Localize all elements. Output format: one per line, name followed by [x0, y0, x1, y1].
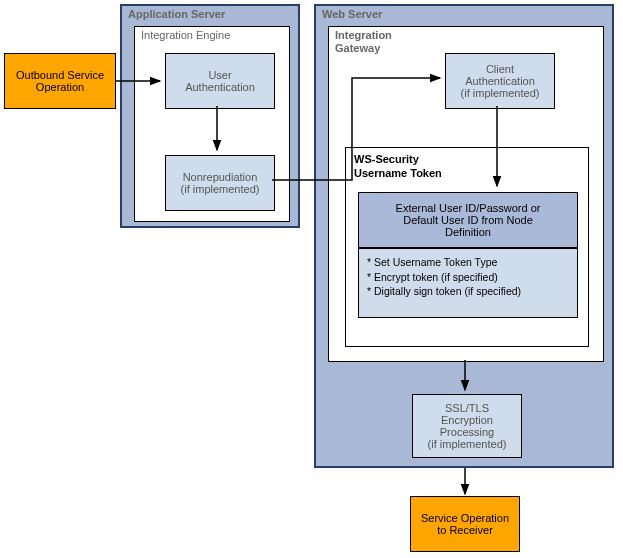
integration-gateway-title: Integration Gateway — [335, 29, 392, 55]
outbound-service-operation: Outbound Service Operation — [4, 53, 116, 109]
bullet-1: * Set Username Token Type — [367, 255, 569, 270]
integration-engine: Integration Engine User Authentication N… — [134, 26, 290, 222]
user-auth-label: User Authentication — [185, 69, 255, 93]
client-auth-label: Client Authentication (if implemented) — [461, 63, 540, 99]
ws-security: WS-Security Username Token External User… — [345, 147, 589, 347]
service-operation-to-receiver: Service Operation to Receiver — [410, 496, 520, 552]
client-authentication: Client Authentication (if implemented) — [445, 53, 555, 109]
ssl-tls-encryption: SSL/TLS Encryption Processing (if implem… — [412, 394, 522, 458]
service-op-label: Service Operation to Receiver — [421, 512, 509, 536]
external-user-id: External User ID/Password or Default Use… — [358, 192, 578, 248]
web-server: Web Server Integration Gateway Client Au… — [314, 4, 614, 468]
app-server-title: Application Server — [128, 8, 225, 20]
bullet-2: * Encrypt token (if specified) — [367, 270, 569, 285]
nonrepudiation: Nonrepudiation (if implemented) — [165, 155, 275, 211]
ssl-label: SSL/TLS Encryption Processing (if implem… — [428, 402, 507, 450]
bullet-3: * Digitally sign token (if specified) — [367, 284, 569, 299]
nonrepudiation-label: Nonrepudiation (if implemented) — [181, 171, 260, 195]
ws-security-steps: * Set Username Token Type * Encrypt toke… — [358, 248, 578, 318]
web-server-title: Web Server — [322, 8, 382, 20]
user-authentication: User Authentication — [165, 53, 275, 109]
integration-engine-title: Integration Engine — [141, 29, 230, 41]
external-user-id-label: External User ID/Password or Default Use… — [396, 202, 541, 238]
application-server: Application Server Integration Engine Us… — [120, 4, 300, 228]
integration-gateway: Integration Gateway Client Authenticatio… — [328, 26, 604, 362]
outbound-label: Outbound Service Operation — [16, 69, 104, 93]
ws-security-title: WS-Security Username Token — [354, 152, 442, 181]
